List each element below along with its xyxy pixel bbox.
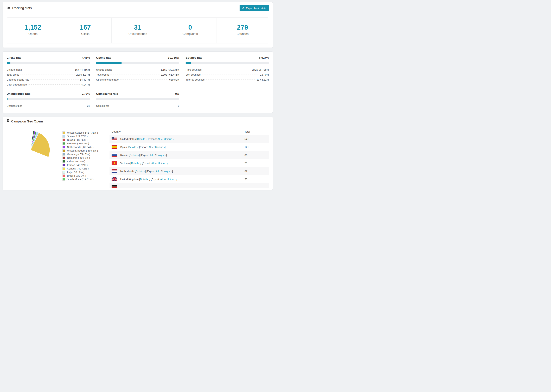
country-cell: United Kingdom [Details ›] [Export: All … xyxy=(112,177,245,181)
geo-table-row: Spain [Details ›] [Export: All › / Uniqu… xyxy=(110,143,269,151)
tracking-stats-card: Tracking stats Export basic stats 1,152 … xyxy=(3,2,273,48)
legend-item: United States ( 541 / 31% ) xyxy=(63,131,98,134)
rates-card: Clicks rate 4.46% Unique clicks 167 / 4.… xyxy=(3,51,273,113)
export-unique-link[interactable]: Unique › xyxy=(162,170,172,173)
rate-detail-value: 14.497% xyxy=(80,77,90,82)
export-all-link[interactable]: All › xyxy=(150,154,154,156)
rate-title: Unsubscribe rate xyxy=(7,92,30,96)
rate-detail-label: Total clicks xyxy=(7,72,19,77)
legend-item: Spain ( 121 / 7% ) xyxy=(63,134,98,138)
export-unique-link[interactable]: Unique › xyxy=(156,154,166,156)
export-unique-link[interactable]: Unique › xyxy=(164,138,174,140)
export-unique-link[interactable]: Unique › xyxy=(167,178,177,181)
dashboard-page: Tracking stats Export basic stats 1,152 … xyxy=(0,0,276,192)
geo-table-row: United Kingdom [Details ›] [Export: All … xyxy=(110,175,269,183)
country-name: United Kingdom xyxy=(120,178,139,181)
rate-detail-label: Soft bounces xyxy=(185,72,201,77)
export-unique-link[interactable]: Unique › xyxy=(158,162,168,165)
rate-detail-row: Click through rate 4.147% xyxy=(7,82,90,87)
legend-swatch xyxy=(63,164,65,166)
rate-title: Complaints rate xyxy=(96,92,118,96)
rate-detail-row: Unsubscribes 31 xyxy=(7,103,90,108)
geo-table-row xyxy=(110,183,269,188)
rate-detail-row: Unique opens 1,152 / 30.736% xyxy=(96,67,179,72)
export-all-link[interactable]: All › xyxy=(148,146,153,148)
ru-flag-icon xyxy=(112,153,117,157)
map-pin-icon xyxy=(7,119,9,124)
rate-progress-bar xyxy=(96,98,179,100)
legend-label: Canada ( 40 / 2% ) xyxy=(67,167,89,170)
geo-legend: United States ( 541 / 31% ) Spain ( 121 … xyxy=(63,131,98,181)
details-link[interactable]: Details › xyxy=(129,154,139,156)
total-cell: 79 xyxy=(245,162,267,165)
details-link[interactable]: Details › xyxy=(140,178,149,181)
legend-swatch xyxy=(63,160,65,163)
legend-label: Germany ( 55 / 3% ) xyxy=(67,152,90,156)
rate-detail-value: 167 / 4.456% xyxy=(75,67,90,72)
legend-swatch xyxy=(63,153,65,156)
stats-summary-row: 1,152 Opens 167 Clicks 31 Unsubscribes 0… xyxy=(7,17,269,43)
rate-detail-rows: Complaints 0 xyxy=(96,103,179,108)
rate-detail-rows: Unique opens 1,152 / 30.736% Total opens… xyxy=(96,67,179,82)
rate-detail-row: Internal bounces 19 / 6.81% xyxy=(185,77,269,82)
legend-item: Romania ( 49 / 3% ) xyxy=(63,156,98,160)
rate-detail-value: 0 xyxy=(178,103,179,108)
legend-label: United Kingdom ( 59 / 3% ) xyxy=(67,149,98,152)
details-link[interactable]: Details › xyxy=(128,146,138,148)
details-link[interactable]: Details › xyxy=(137,138,147,140)
dotted-leader xyxy=(28,84,80,85)
details-link[interactable]: Details › xyxy=(131,162,141,165)
country-name: Spain xyxy=(120,146,128,148)
rate-value: 0% xyxy=(175,92,179,96)
legend-item: Netherlands ( 67 / 4% ) xyxy=(63,145,98,149)
country-column-header: Country xyxy=(112,130,245,133)
export-all-link[interactable]: All › xyxy=(157,138,162,140)
country-cell xyxy=(112,185,245,188)
rate-value: 4.46% xyxy=(82,56,90,60)
rate-detail-row: Total clicks 220 / 5.87% xyxy=(7,72,90,77)
legend-label: Netherlands ( 67 / 4% ) xyxy=(67,145,93,149)
details-link[interactable]: Details › xyxy=(135,170,145,173)
rate-detail-value: 220 / 5.87% xyxy=(76,72,90,77)
vn-flag-icon xyxy=(112,161,117,165)
rate-detail-label: Opens to clicks rate xyxy=(96,77,119,82)
rate-detail-label: Total opens xyxy=(96,72,109,77)
legend-item: Germany ( 55 / 3% ) xyxy=(63,152,98,156)
rate-title: Bounce rate xyxy=(185,56,202,60)
legend-swatch xyxy=(63,175,65,177)
country-name: Netherlands xyxy=(120,170,135,173)
rate-value: 30.736% xyxy=(168,56,179,60)
country-cell: Russia [Details ›] [Export: All › / Uniq… xyxy=(112,153,245,157)
export-all-link[interactable]: All › xyxy=(160,178,165,181)
legend-swatch xyxy=(63,131,65,134)
rate-block: Clicks rate 4.46% Unique clicks 167 / 4.… xyxy=(7,56,90,87)
geo-opens-card: Campaign Geo Opens United States ( 541 /… xyxy=(3,117,273,190)
legend-label: South Africa ( 29 / 2% ) xyxy=(67,177,93,181)
dotted-leader xyxy=(20,75,75,75)
rate-detail-row: Total opens 2,303 / 61.446% xyxy=(96,72,179,77)
legend-label: Brazil ( 33 / 2% ) xyxy=(67,174,86,177)
dotted-leader xyxy=(113,70,160,70)
legend-label: Spain ( 121 / 7% ) xyxy=(67,134,88,138)
legend-label: Romania ( 49 / 3% ) xyxy=(67,156,90,160)
export-unique-link[interactable]: Unique › xyxy=(155,146,165,148)
rate-detail-value: 31 xyxy=(87,103,90,108)
rate-detail-label: Hard bounces xyxy=(185,67,201,72)
export-basic-stats-button[interactable]: Export basic stats xyxy=(240,5,269,11)
country-cell: United States [Details ›] [Export: All ›… xyxy=(112,137,245,141)
rate-value: 0.77% xyxy=(82,92,90,96)
export-all-link[interactable]: All › xyxy=(151,162,156,165)
legend-item: Canada ( 40 / 2% ) xyxy=(63,167,98,170)
total-cell: 121 xyxy=(245,146,267,148)
rate-detail-label: Unsubscribes xyxy=(7,103,22,108)
rate-progress-bar xyxy=(7,98,90,100)
rate-detail-label: Unique clicks xyxy=(7,67,22,72)
legend-swatch xyxy=(63,149,65,152)
stat-value: 1,152 xyxy=(7,24,59,31)
legend-label: Russia ( 86 / 5% ) xyxy=(67,138,87,142)
tracking-stats-title-text: Tracking stats xyxy=(12,6,32,10)
row-links: [Details ›] [Export: All › / Unique ›] xyxy=(130,162,168,165)
export-all-link[interactable]: All › xyxy=(156,170,160,173)
stat-value: 167 xyxy=(59,24,111,31)
export-icon xyxy=(242,7,245,10)
